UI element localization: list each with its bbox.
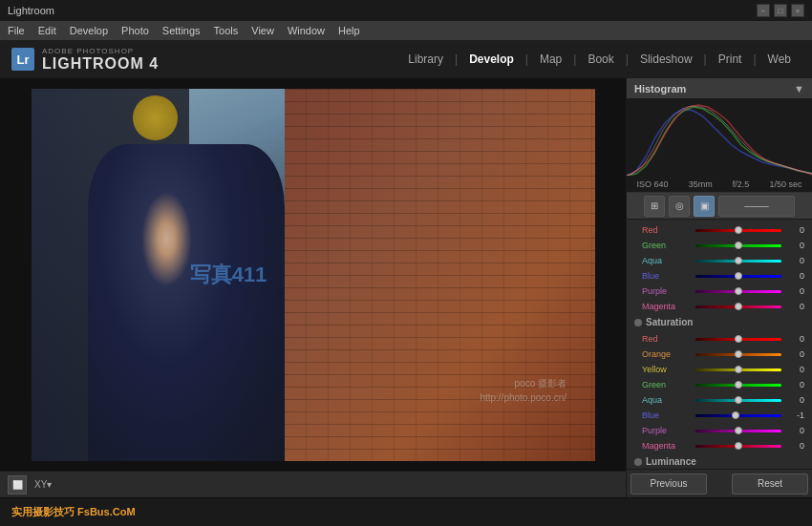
sat-magenta-row: Magenta 0 (634, 438, 808, 453)
sat-orange-value: 0 (785, 349, 804, 359)
app-title: Lightroom (8, 5, 54, 16)
hue-red-track[interactable] (695, 229, 781, 232)
sat-aqua-label: Aqua (642, 395, 692, 405)
status-text: 实用摄影技巧 FsBus.CoM (11, 505, 136, 519)
tab-slideshow[interactable]: Slideshow (630, 49, 702, 70)
hue-red-value: 0 (785, 225, 804, 235)
tab-map[interactable]: Map (530, 49, 571, 70)
sat-purple-track[interactable] (695, 430, 781, 432)
luminance-section-header: Luminance (627, 453, 812, 469)
sat-blue-track[interactable] (695, 414, 781, 417)
hue-green-track[interactable] (695, 244, 781, 247)
tab-library[interactable]: Library (398, 49, 453, 70)
camera-info: ISO 640 35mm f/2.5 1/50 sec (627, 176, 812, 193)
maximize-button[interactable]: □ (774, 4, 787, 17)
tab-print[interactable]: Print (709, 49, 752, 70)
close-button[interactable]: × (791, 4, 804, 17)
sat-green-value: 0 (785, 380, 804, 389)
hue-purple-value: 0 (785, 286, 804, 296)
menu-view[interactable]: View (251, 25, 274, 36)
hue-purple-row: Purple 0 (634, 284, 808, 299)
sat-blue-label: Blue (642, 410, 692, 420)
photo-container[interactable]: 写真411 poco 摄影者 http://photo.poco.cn/ (0, 78, 626, 471)
sat-aqua-row: Aqua 0 (634, 392, 808, 408)
status-bar: 实用摄影技巧 FsBus.CoM (0, 497, 812, 526)
hue-red-label: Red (642, 225, 692, 235)
hue-blue-label: Blue (642, 271, 692, 281)
saturation-label: Saturation (646, 317, 693, 327)
photo-image: 写真411 poco 摄影者 http://photo.poco.cn/ (32, 89, 595, 461)
menu-tools[interactable]: Tools (214, 25, 239, 36)
menu-photo[interactable]: Photo (121, 25, 149, 36)
nav-tabs: Library | Develop | Map | Book | Slidesh… (398, 49, 801, 70)
minimize-button[interactable]: − (757, 4, 770, 17)
tab-develop[interactable]: Develop (459, 49, 524, 70)
window-controls: − □ × (757, 4, 804, 17)
xy-label: XY▾ (34, 479, 52, 490)
tone-curve-button[interactable]: ──── (718, 196, 795, 217)
sat-aqua-value: 0 (785, 395, 804, 405)
hue-purple-track[interactable] (695, 290, 781, 293)
sat-aqua-track[interactable] (695, 399, 781, 402)
hue-blue-track[interactable] (695, 275, 781, 278)
menu-help[interactable]: Help (338, 25, 360, 36)
hsl-tool-button[interactable]: ▣ (694, 196, 715, 217)
sat-red-track[interactable] (695, 338, 781, 341)
sat-magenta-value: 0 (785, 441, 804, 451)
frame-tool-button[interactable]: ⬜ (8, 475, 27, 494)
hue-magenta-value: 0 (785, 302, 804, 311)
sat-yellow-row: Yellow 0 (634, 362, 808, 377)
menu-window[interactable]: Window (288, 25, 325, 36)
sat-yellow-track[interactable] (695, 368, 781, 371)
menu-develop[interactable]: Develop (70, 25, 108, 36)
hue-purple-label: Purple (642, 286, 692, 296)
grid-tool-button[interactable]: ⊞ (644, 196, 665, 217)
photo-area: 写真411 poco 摄影者 http://photo.poco.cn/ ⬜ X… (0, 78, 626, 497)
title-bar: Lightroom − □ × (0, 0, 812, 21)
sat-magenta-track[interactable] (695, 445, 781, 448)
sat-purple-value: 0 (785, 426, 804, 435)
lr-badge: Lr (11, 48, 34, 71)
saturation-toggle[interactable] (634, 319, 642, 326)
tab-web[interactable]: Web (759, 49, 801, 70)
sat-yellow-value: 0 (785, 365, 804, 374)
sat-orange-row: Orange 0 (634, 347, 808, 362)
main-content: 写真411 poco 摄影者 http://photo.poco.cn/ ⬜ X… (0, 78, 812, 497)
histogram-svg (627, 99, 812, 176)
sat-green-row: Green 0 (634, 377, 808, 392)
hue-green-row: Green 0 (634, 238, 808, 253)
sat-purple-label: Purple (642, 426, 692, 435)
logo-area: Lr ADOBE PHOTOSHOP LIGHTROOM 4 (11, 47, 159, 73)
hue-magenta-label: Magenta (642, 302, 692, 311)
sat-green-track[interactable] (695, 384, 781, 387)
previous-button[interactable]: Previous (630, 473, 707, 494)
menu-edit[interactable]: Edit (38, 25, 56, 36)
hue-aqua-track[interactable] (695, 260, 781, 263)
hue-green-value: 0 (785, 241, 804, 250)
iso-value: ISO 640 (637, 179, 669, 189)
hue-blue-row: Blue 0 (634, 268, 808, 284)
sliders-area[interactable]: Red 0 Green 0 Aqua 0 Blue 0 (627, 220, 812, 469)
histogram-header: Histogram ▼ (627, 78, 812, 99)
sat-magenta-label: Magenta (642, 441, 692, 451)
menu-file[interactable]: File (8, 25, 25, 36)
svg-rect-0 (627, 99, 812, 176)
hue-magenta-track[interactable] (695, 305, 781, 308)
saturation-section-header: Saturation (627, 314, 812, 330)
hue-aqua-label: Aqua (642, 256, 692, 265)
sat-red-label: Red (642, 334, 692, 344)
adobe-label: ADOBE PHOTOSHOP (42, 47, 159, 55)
menu-settings[interactable]: Settings (162, 25, 201, 36)
reset-button[interactable]: Reset (732, 473, 808, 494)
tab-book[interactable]: Book (578, 49, 623, 70)
photo-bottom-bar: ⬜ XY▾ (0, 471, 626, 497)
hue-blue-value: 0 (785, 271, 804, 281)
sat-orange-track[interactable] (695, 353, 781, 356)
histogram-area (627, 99, 812, 176)
luminance-label: Luminance (646, 456, 696, 467)
sat-blue-row: Blue -1 (634, 408, 808, 423)
circle-tool-button[interactable]: ◎ (669, 196, 690, 217)
sat-blue-value: -1 (785, 410, 804, 420)
luminance-toggle[interactable] (634, 458, 642, 466)
histogram-expand-icon[interactable]: ▼ (794, 83, 804, 95)
